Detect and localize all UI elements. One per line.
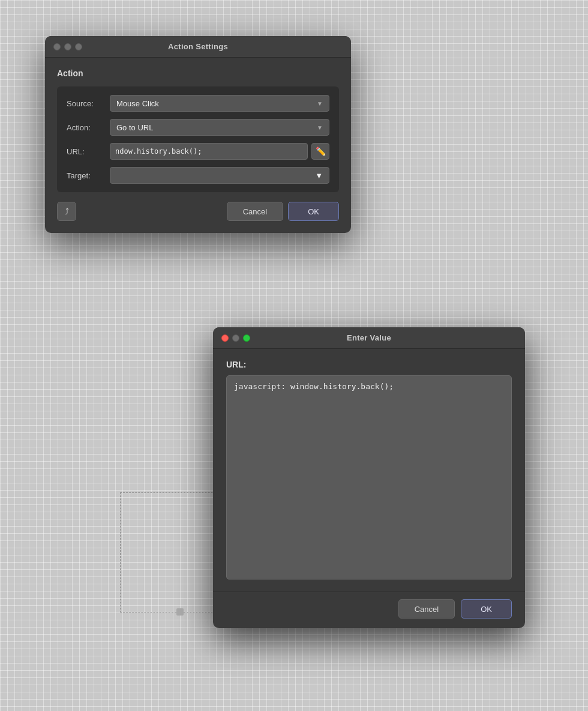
source-dropdown[interactable]: Mouse Click ▼: [110, 95, 329, 112]
target-label: Target:: [67, 171, 110, 180]
enter-value-traffic-lights: [221, 334, 250, 342]
close-button[interactable]: [221, 334, 229, 342]
enter-value-dialog: Enter Value URL: Cancel OK: [213, 327, 525, 628]
minimize-button[interactable]: [232, 334, 239, 342]
maximize-button[interactable]: [243, 334, 250, 342]
enter-value-body: URL:: [213, 349, 525, 591]
action-ok-button[interactable]: OK: [288, 202, 339, 221]
url-row: URL: ✏️: [67, 143, 329, 160]
action-settings-titlebar: Action Settings: [45, 36, 351, 58]
enter-value-ok-button[interactable]: OK: [461, 599, 512, 619]
enter-value-titlebar: Enter Value: [213, 327, 525, 349]
action-settings-dialog: Action Settings Action Source: Mouse Cli…: [45, 36, 351, 233]
url-input[interactable]: [110, 143, 308, 160]
pencil-icon: ✏️: [316, 147, 326, 156]
enter-value-url-label: URL:: [226, 360, 512, 369]
source-row: Source: Mouse Click ▼: [67, 95, 329, 112]
url-input-row: ✏️: [110, 143, 329, 160]
canvas-resize-handle[interactable]: [176, 608, 184, 616]
enter-value-textarea[interactable]: [226, 375, 512, 579]
enter-value-footer: Cancel OK: [213, 591, 525, 628]
action-settings-title: Action Settings: [168, 42, 228, 51]
target-row: Target: ▼: [67, 167, 329, 184]
source-chevron-icon: ▼: [317, 100, 323, 107]
action-row: Action: Go to URL ▼: [67, 119, 329, 136]
target-dropdown[interactable]: ▼: [110, 167, 329, 184]
share-button[interactable]: ⤴: [57, 202, 76, 221]
close-button-inactive: [53, 43, 61, 50]
url-label: URL:: [67, 147, 110, 156]
action-settings-body: Action Source: Mouse Click ▼ Action: Go …: [45, 58, 351, 233]
share-icon: ⤴: [65, 207, 69, 216]
enter-value-title: Enter Value: [347, 333, 391, 342]
action-label: Action:: [67, 123, 110, 132]
target-chevron-icon: ▼: [315, 171, 323, 180]
action-settings-footer: ⤴ Cancel OK: [57, 202, 339, 223]
source-value: Mouse Click: [116, 99, 159, 108]
action-section-title: Action: [57, 68, 339, 78]
action-form-panel: Source: Mouse Click ▼ Action: Go to URL …: [57, 86, 339, 192]
action-cancel-button[interactable]: Cancel: [227, 202, 283, 221]
maximize-button-inactive: [75, 43, 82, 50]
action-value: Go to URL: [116, 123, 153, 132]
action-dropdown[interactable]: Go to URL ▼: [110, 119, 329, 136]
url-edit-button[interactable]: ✏️: [311, 143, 329, 160]
action-chevron-icon: ▼: [317, 124, 323, 131]
enter-value-cancel-button[interactable]: Cancel: [398, 599, 455, 619]
minimize-button-inactive: [64, 43, 71, 50]
source-label: Source:: [67, 99, 110, 108]
traffic-lights-inactive: [53, 43, 82, 50]
